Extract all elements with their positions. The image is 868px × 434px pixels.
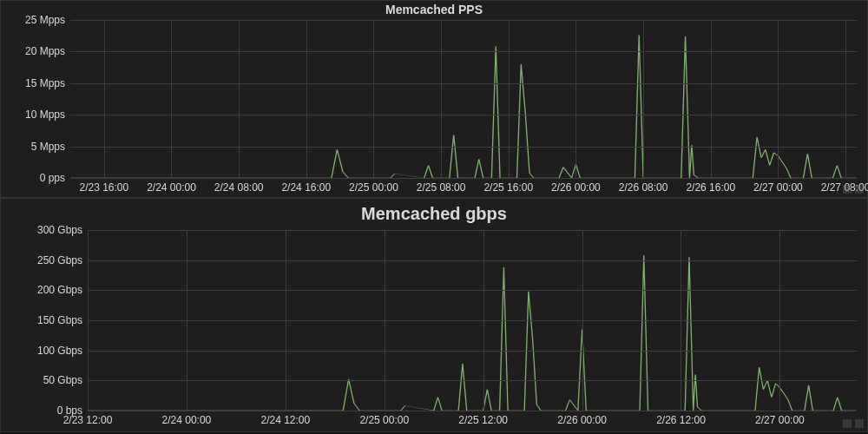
x-axis-tick-label: 2/27 00:00 xyxy=(755,411,805,426)
x-axis-tick-label: 2/25 00:00 xyxy=(359,411,409,426)
x-axis-tick-label: 2/26 00:00 xyxy=(551,178,601,194)
gridline-horizontal xyxy=(88,230,857,231)
y-axis-tick-label: 100 Gbps xyxy=(37,345,88,357)
gridline-vertical xyxy=(171,20,172,178)
chart-title-pps: Memcached PPS xyxy=(1,3,867,16)
gridline-horizontal xyxy=(88,380,857,381)
x-axis-tick-label: 2/26 00:00 xyxy=(557,411,607,426)
panel-resize-icon[interactable] xyxy=(855,419,864,428)
chart-panel-pps: Memcached PPS 0 pps5 Mpps10 Mpps15 Mpps2… xyxy=(0,0,868,198)
x-axis-tick-label: 2/26 16:00 xyxy=(686,178,735,194)
gridline-vertical xyxy=(483,230,484,411)
gridline-vertical xyxy=(239,20,240,178)
y-axis-tick-label: 5 Mpps xyxy=(31,141,70,153)
gridline-vertical xyxy=(779,230,780,411)
gridline-horizontal xyxy=(70,115,857,115)
gridline-horizontal xyxy=(70,83,857,84)
gridline-vertical xyxy=(509,20,510,178)
x-axis-tick-label: 2/24 08:00 xyxy=(214,178,264,194)
chart-title-gbps: Memcached gbps xyxy=(1,204,867,224)
x-axis-tick-label: 2/24 00:00 xyxy=(147,178,196,194)
x-axis-tick-label: 2/23 16:00 xyxy=(79,178,128,194)
gridline-vertical xyxy=(306,20,307,178)
gridline-vertical xyxy=(373,20,374,178)
x-axis-tick-label: 2/26 12:00 xyxy=(656,411,706,426)
gridline-horizontal xyxy=(70,20,857,21)
gridline-vertical xyxy=(582,230,583,411)
gridline-vertical xyxy=(711,20,712,178)
x-axis-tick-label: 2/23 12:00 xyxy=(63,411,113,426)
gridline-vertical xyxy=(88,230,89,411)
y-axis-tick-label: 250 Gbps xyxy=(37,254,88,266)
y-axis-tick-label: 150 Gbps xyxy=(37,314,88,326)
chart-plot-pps[interactable]: 0 pps5 Mpps10 Mpps15 Mpps20 Mpps25 Mpps2… xyxy=(70,20,857,178)
y-axis-tick-label: 0 pps xyxy=(40,172,70,184)
y-axis-tick-label: 20 Mpps xyxy=(25,45,70,57)
gridline-vertical xyxy=(385,230,385,411)
gridline-horizontal xyxy=(88,290,857,291)
gridline-horizontal xyxy=(88,351,857,352)
gridline-vertical xyxy=(845,20,846,178)
x-axis-tick-label: 2/25 00:00 xyxy=(349,178,398,194)
gridline-vertical xyxy=(681,230,681,411)
x-axis-tick-label: 2/25 08:00 xyxy=(417,178,466,194)
x-axis-tick-label: 2/24 16:00 xyxy=(281,178,331,194)
y-axis-tick-label: 200 Gbps xyxy=(37,284,88,296)
panel-menu-icon[interactable] xyxy=(843,419,852,428)
chart-plot-gbps[interactable]: 0 bps50 Gbps100 Gbps150 Gbps200 Gbps250 … xyxy=(88,230,857,411)
y-axis-tick-label: 300 Gbps xyxy=(37,224,88,236)
y-axis-tick-label: 50 Gbps xyxy=(43,374,88,386)
gridline-vertical xyxy=(778,20,779,178)
x-axis-tick-label: 2/26 08:00 xyxy=(619,178,668,194)
gridline-vertical xyxy=(575,20,576,178)
gridline-horizontal xyxy=(88,260,857,261)
x-axis-tick-label: 2/24 00:00 xyxy=(162,411,212,426)
y-axis-tick-label: 10 Mpps xyxy=(25,108,70,121)
gridline-horizontal xyxy=(88,320,857,321)
x-axis-tick-label: 2/25 12:00 xyxy=(458,411,508,426)
gridline-vertical xyxy=(441,20,442,178)
panel-action-icons[interactable] xyxy=(843,185,864,194)
gridline-vertical xyxy=(104,20,105,178)
x-axis-tick-label: 2/25 16:00 xyxy=(483,178,533,194)
gridline-vertical xyxy=(643,20,644,178)
gridline-horizontal xyxy=(70,51,857,52)
y-axis-tick-label: 15 Mpps xyxy=(25,77,70,89)
gridline-horizontal xyxy=(70,147,857,148)
gridline-vertical xyxy=(187,230,187,411)
panel-resize-icon[interactable] xyxy=(855,185,864,194)
x-axis-tick-label: 2/24 12:00 xyxy=(260,411,310,426)
panel-action-icons[interactable] xyxy=(843,419,864,428)
panel-menu-icon[interactable] xyxy=(843,185,852,194)
gridline-vertical xyxy=(286,230,286,411)
chart-panel-gbps: Memcached gbps 0 bps50 Gbps100 Gbps150 G… xyxy=(0,198,868,432)
x-axis-tick-label: 2/27 00:00 xyxy=(753,178,803,194)
